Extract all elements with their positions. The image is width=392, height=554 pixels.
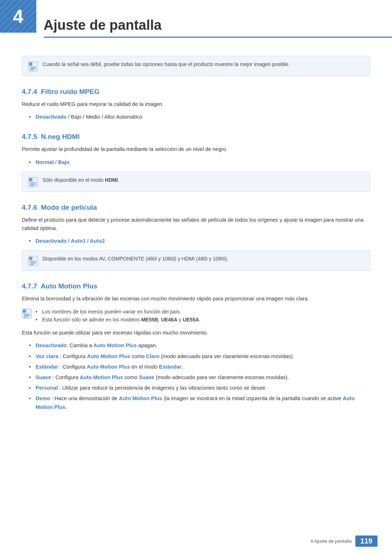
section-475-option-normal: Normal	[36, 159, 54, 165]
section-476-option-label: Desactivado	[36, 238, 66, 244]
section-475-note-icon	[28, 177, 38, 187]
main-content: Cuando la señal sea débil, pruebe todas …	[0, 56, 392, 438]
top-note-box: Cuando la señal sea débil, pruebe todas …	[22, 56, 370, 76]
section-477-description: Elimina la borrosidad y la vibración de …	[22, 295, 370, 303]
page-footer: 4 Ajuste de pantalla 119	[310, 535, 377, 547]
section-474-option-item: Desactivado / Bajo / Medio / Alto/ Autom…	[29, 113, 370, 121]
footer-label: 4 Ajuste de pantalla	[310, 538, 351, 544]
page-number: 119	[355, 535, 377, 547]
section-476-options: Desactivado / Auto1 / Auto2	[29, 237, 370, 245]
section-477-bullet-demo: Demo : Hace una demostración de Auto Mot…	[29, 394, 370, 411]
section-476-heading: 4.7.6 Modo de película	[22, 204, 370, 212]
section-477-note-bullet-1: Los nombres de los menús pueden variar e…	[36, 308, 201, 316]
section-476-note: Disponible en los modos AV, COMPONENTE (…	[22, 250, 370, 271]
section-476-description: Define el producto para que detecte y pr…	[22, 216, 370, 233]
svg-rect-11	[29, 257, 32, 260]
section-477-note-bullets: Los nombres de los menús pueden variar e…	[36, 308, 201, 324]
page-title: Ajuste de pantalla	[44, 11, 392, 33]
section-476-option-item: Desactivado / Auto1 / Auto2	[29, 237, 370, 245]
section-477-note-icon	[22, 308, 32, 319]
section-477-note-bullet-2: Esta función sólo se admite en los model…	[36, 316, 201, 324]
section-475-description: Permite ajustar la profundidad de la pan…	[22, 145, 370, 153]
section-475-options: Normal / Bajo	[29, 158, 370, 167]
section-474-option-label: Desactivado	[36, 114, 66, 120]
section-474-options-rest: / Bajo / Medio / Alto/ Automático	[66, 114, 142, 120]
header-divider	[44, 37, 392, 38]
section-475-heading: 4.7.5 N.neg HDMI	[22, 133, 370, 141]
svg-rect-6	[29, 178, 32, 181]
section-477-bullet-estandar: Estándar : Configura Auto Motion Plus en…	[29, 363, 370, 371]
page-header: 4 Ajuste de pantalla	[0, 0, 392, 45]
section-476-options-rest: / Auto1 / Auto2	[66, 238, 105, 244]
section-477-heading: 4.7.7 Auto Motion Plus	[22, 282, 370, 290]
chapter-number: 4	[13, 5, 24, 27]
section-477-extra-text: Esta función se puede utilizar para ver …	[22, 329, 370, 337]
section-475-note-hdmi: HDMI	[105, 177, 118, 183]
chapter-number-block: 4	[0, 0, 36, 33]
section-474-description: Reduce el ruido MPEG para mejorar la cal…	[22, 100, 370, 108]
section-477-bullet-personal: Personal : Utilizar para reducir la pers…	[29, 384, 370, 392]
section-475-note-text: Sólo disponible en el modo HDMI.	[42, 176, 119, 184]
section-475-note: Sólo disponible en el modo HDMI.	[22, 172, 370, 192]
section-477-note-block: Los nombres de los menús pueden variar e…	[22, 308, 370, 324]
section-476-note-icon	[28, 256, 38, 266]
section-477-bullet-desactivado: Desactivado: Cambia a Auto Motion Plus a…	[29, 341, 370, 350]
section-477-bullet-voz-clara: Voz clara : Configura Auto Motion Plus c…	[29, 352, 370, 361]
section-477-bullet-list: Desactivado: Cambia a Auto Motion Plus a…	[29, 341, 370, 411]
section-475-option-item: Normal / Bajo	[29, 158, 370, 167]
section-476-note-text: Disponible en los modos AV, COMPONENTE (…	[42, 255, 228, 263]
note-icon	[28, 61, 38, 71]
section-474-heading: 4.7.4 Filtro ruido MPEG	[22, 88, 370, 96]
section-475-option-bajo: Bajo	[58, 159, 69, 165]
top-note-text: Cuando la señal sea débil, pruebe todas …	[42, 61, 290, 68]
svg-rect-16	[23, 309, 26, 313]
svg-rect-1	[29, 62, 32, 66]
section-474-options: Desactivado / Bajo / Medio / Alto/ Autom…	[29, 113, 370, 121]
section-477-bullet-suave: Suave : Configura Auto Motion Plus como …	[29, 373, 370, 382]
